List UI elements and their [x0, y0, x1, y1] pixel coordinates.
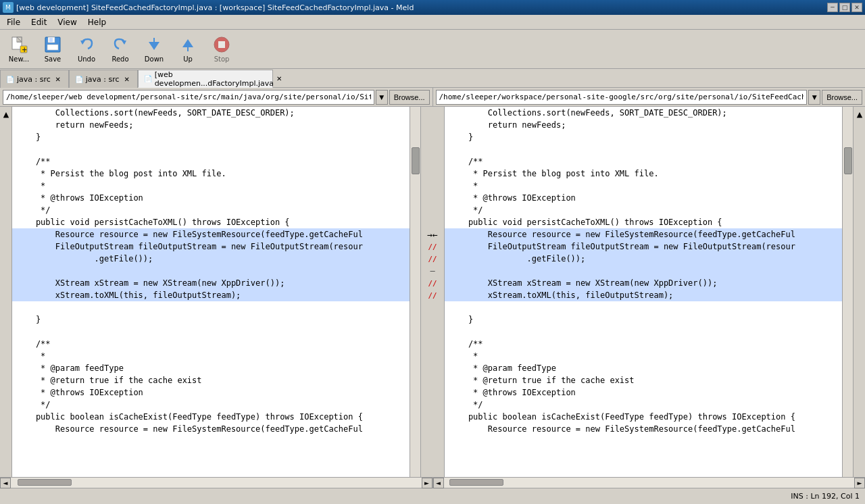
left-h-scroll[interactable]: ◄ ►: [0, 478, 433, 488]
tab-2[interactable]: 📄 java : src ✕: [69, 70, 138, 88]
right-panel: Collections.sort(newFeeds, SORT_DATE_DES…: [445, 107, 853, 477]
code-line: * @throws IOException: [12, 386, 410, 399]
code-line: }: [445, 131, 842, 143]
right-scroll-thumb: [844, 147, 852, 174]
center-gutter-row: [421, 204, 444, 216]
toolbar: + New... Save Undo: [0, 30, 865, 69]
right-h-scroll-left[interactable]: ◄: [433, 478, 444, 488]
undo-button[interactable]: Undo: [70, 32, 103, 67]
code-line: FileOutputStream fileOutputStream = new …: [445, 241, 842, 253]
close-button[interactable]: ✕: [851, 3, 862, 12]
left-panel: Collections.sort(newFeeds, SORT_DATE_DES…: [12, 107, 420, 477]
right-h-scroll-right[interactable]: ►: [854, 478, 865, 488]
code-line: }: [445, 313, 842, 326]
left-browse-button[interactable]: Browse...: [389, 90, 430, 105]
tab-3[interactable]: 📄 [web developmen...dFactoryImpl.java ✕: [138, 70, 273, 88]
center-gutter-row: [421, 338, 444, 350]
left-gutter-scroll-up[interactable]: ▲: [0, 108, 12, 120]
right-code-panel[interactable]: Collections.sort(newFeeds, SORT_DATE_DES…: [445, 107, 842, 477]
right-h-scroll[interactable]: ◄ ►: [433, 478, 866, 488]
code-line: */: [12, 204, 410, 216]
code-line: xStream.toXML(this, fileOutputStream);: [445, 289, 842, 301]
redo-button[interactable]: Redo: [104, 32, 137, 67]
right-browse-button[interactable]: Browse...: [822, 90, 862, 105]
menu-help[interactable]: Help: [84, 16, 110, 28]
tab-3-close[interactable]: ✕: [276, 74, 282, 84]
stop-button[interactable]: Stop: [205, 32, 238, 67]
left-h-scroll-track[interactable]: [11, 478, 422, 488]
left-code-panel[interactable]: Collections.sort(newFeeds, SORT_DATE_DES…: [12, 107, 410, 477]
tab-1[interactable]: 📄 java : src ✕: [0, 70, 69, 88]
tab-2-icon: 📄: [75, 76, 83, 83]
status-text: INS : Ln 192, Col 1: [791, 492, 860, 501]
center-gutter-row: [421, 374, 444, 386]
code-line: XStream xStream = new XStream(new XppDri…: [12, 277, 410, 289]
svg-marker-12: [182, 39, 193, 47]
center-gutter-row: [421, 192, 444, 204]
center-gutter-row: [421, 180, 444, 192]
code-line: .getFile());: [12, 253, 410, 265]
minimize-button[interactable]: ─: [827, 3, 838, 12]
left-path-dropdown[interactable]: ▼: [376, 90, 388, 105]
new-icon: +: [9, 35, 28, 54]
right-path-panel: ▼ Browse...: [433, 88, 866, 106]
tab-2-label: java : src: [86, 75, 120, 84]
code-line: [445, 265, 842, 277]
right-scroll[interactable]: [842, 107, 853, 477]
save-button[interactable]: Save: [36, 32, 69, 67]
menu-edit[interactable]: Edit: [27, 16, 51, 28]
menu-view[interactable]: View: [53, 16, 80, 28]
center-gutter-row: //: [421, 253, 444, 265]
code-line: Resource resource = new FileSystemResour…: [445, 228, 842, 241]
code-line: [12, 301, 410, 313]
svg-text:+: +: [22, 46, 27, 53]
center-gutter-row: [421, 362, 444, 374]
left-scroll[interactable]: [410, 107, 420, 477]
tab-1-icon: 📄: [6, 76, 14, 83]
code-line: public void persistCacheToXML() throws I…: [445, 216, 842, 228]
right-gutter-scroll-up[interactable]: ▲: [854, 108, 865, 120]
window-controls[interactable]: ─ □ ✕: [827, 3, 862, 12]
stop-icon: [212, 35, 231, 54]
tab-1-close[interactable]: ✕: [53, 74, 63, 84]
left-h-scroll-left[interactable]: ◄: [0, 478, 11, 488]
redo-label: Redo: [112, 55, 128, 63]
up-icon: [178, 35, 197, 54]
tab-3-icon: 📄: [144, 75, 152, 82]
center-gutter-row: [421, 119, 444, 131]
center-gutter-row: [421, 386, 444, 399]
left-h-scroll-right[interactable]: ►: [422, 478, 432, 488]
code-line: XStream xStream = new XStream(new XppDri…: [445, 277, 842, 289]
right-path-input[interactable]: [436, 90, 808, 105]
code-line: .getFile());: [445, 253, 842, 265]
tab-2-close[interactable]: ✕: [122, 74, 132, 84]
menu-file[interactable]: File: [3, 16, 24, 28]
code-line: [445, 301, 842, 313]
right-path-dropdown[interactable]: ▼: [808, 90, 820, 105]
right-h-scroll-track[interactable]: [444, 478, 855, 488]
code-line: /**: [12, 155, 410, 168]
redo-icon: [111, 35, 130, 54]
code-line: FileOutputStream fileOutputStream = new …: [12, 241, 410, 253]
code-line: Resource resource = new FileSystemResour…: [445, 423, 842, 435]
new-label: New...: [9, 55, 29, 63]
center-gutter-row: [421, 326, 444, 338]
undo-icon: [77, 35, 96, 54]
down-icon: [145, 35, 164, 54]
up-button[interactable]: Up: [172, 32, 204, 67]
new-button[interactable]: + New...: [3, 32, 35, 67]
maximize-button[interactable]: □: [839, 3, 850, 12]
code-line: /**: [445, 155, 842, 168]
tabs-container: 📄 java : src ✕ 📄 java : src ✕ 📄 [web dev…: [0, 69, 865, 88]
left-path-input[interactable]: [3, 90, 374, 105]
code-line: * @throws IOException: [12, 192, 410, 204]
down-button[interactable]: Down: [138, 32, 170, 67]
status-bar: INS : Ln 192, Col 1: [0, 488, 865, 504]
center-gutter-row: [421, 143, 444, 155]
left-path-panel: ▼ Browse...: [0, 88, 433, 106]
menu-bar: File Edit View Help: [0, 15, 865, 30]
path-area: ▼ Browse... ▼ Browse...: [0, 88, 865, 107]
code-line: * @return true if the cache exist: [12, 374, 410, 386]
code-line: * @throws IOException: [445, 192, 842, 204]
svg-marker-8: [80, 41, 85, 45]
